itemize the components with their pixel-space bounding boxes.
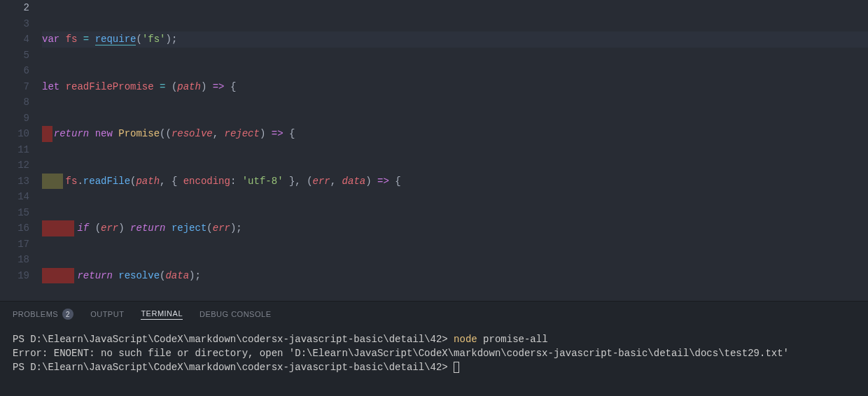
line-number: 6 bbox=[0, 63, 29, 79]
terminal-arg: promise-all bbox=[477, 334, 548, 345]
terminal-cursor bbox=[454, 362, 459, 373]
token-string: 'utf-8' bbox=[242, 176, 284, 187]
code-line[interactable]: let readFilePromise = (path) => { bbox=[42, 79, 868, 95]
token-punct: ; bbox=[236, 222, 241, 234]
panel-tabs: PROBLEMS 2 OUTPUT TERMINAL DEBUG CONSOLE bbox=[0, 302, 868, 327]
line-number: 17 bbox=[0, 236, 29, 253]
tab-label: PROBLEMS bbox=[13, 310, 58, 318]
line-number: 13 bbox=[0, 174, 29, 190]
token-keyword: if bbox=[77, 222, 89, 234]
problems-badge: 2 bbox=[62, 309, 74, 320]
line-number: 9 bbox=[0, 111, 29, 127]
line-number: 16 bbox=[0, 220, 29, 236]
token-operator: = bbox=[83, 34, 89, 45]
code-line[interactable]: fs.readFile(path, { encoding: 'utf-8' },… bbox=[42, 174, 868, 190]
token-operator: = bbox=[160, 81, 165, 92]
tab-terminal[interactable]: TERMINAL bbox=[141, 309, 183, 320]
line-number: 7 bbox=[0, 79, 29, 95]
token-class: Promise bbox=[118, 128, 160, 139]
line-number: 4 bbox=[0, 31, 29, 48]
token-punct: { bbox=[289, 128, 295, 139]
token-punct: ( bbox=[307, 176, 312, 187]
tab-label: TERMINAL bbox=[141, 309, 183, 318]
line-number: 2 bbox=[0, 0, 29, 16]
token-punct: : bbox=[230, 176, 242, 187]
token-punct: (( bbox=[160, 128, 172, 139]
token-param: data bbox=[342, 176, 366, 187]
token-punct: { bbox=[395, 176, 400, 187]
code-line[interactable]: return resolve(data); bbox=[42, 268, 868, 284]
token-punct: ) bbox=[260, 128, 265, 139]
token-punct: ; bbox=[195, 270, 200, 281]
code-line[interactable]: return new Promise((resolve, reject) => … bbox=[42, 126, 868, 142]
token-param: reject bbox=[225, 128, 260, 139]
terminal-output[interactable]: PS D:\Elearn\JavaScript\CodeX\markdown\c… bbox=[0, 327, 868, 396]
terminal-prompt: PS D:\Elearn\JavaScript\CodeX\markdown\c… bbox=[13, 362, 454, 373]
token-keyword: return bbox=[77, 270, 112, 281]
line-number: 19 bbox=[0, 268, 29, 284]
line-number: 11 bbox=[0, 142, 29, 158]
terminal-prompt: PS D:\Elearn\JavaScript\CodeX\markdown\c… bbox=[13, 334, 454, 345]
token-keyword: return bbox=[130, 222, 165, 234]
token-keyword: let bbox=[42, 81, 59, 92]
token-param: err bbox=[213, 222, 230, 234]
token-keyword: var bbox=[42, 34, 59, 45]
token-punct: ) bbox=[365, 176, 371, 187]
code-editor[interactable]: 2 3 4 5 6 7 8 9 10 11 12 13 14 15 16 17 … bbox=[0, 0, 868, 301]
code-line[interactable]: var fs = require('fs'); bbox=[42, 31, 868, 48]
code-content[interactable]: var fs = require('fs'); let readFileProm… bbox=[42, 0, 868, 301]
token-param: err bbox=[101, 222, 118, 234]
token-punct: , bbox=[160, 176, 172, 187]
token-arrow: => bbox=[272, 128, 284, 139]
token-punct: , bbox=[330, 176, 342, 187]
token-variable: fs bbox=[66, 176, 78, 187]
token-keyword: return bbox=[54, 128, 89, 139]
token-punct: } bbox=[284, 176, 295, 187]
terminal-error: Error: ENOENT: no such file or directory… bbox=[13, 348, 789, 359]
token-keyword: new bbox=[95, 128, 113, 139]
line-number-gutter: 2 3 4 5 6 7 8 9 10 11 12 13 14 15 16 17 … bbox=[0, 0, 42, 301]
token-param: resolve bbox=[172, 128, 213, 139]
token-punct: ) bbox=[118, 222, 130, 234]
tab-debug-console[interactable]: DEBUG CONSOLE bbox=[200, 310, 271, 318]
token-arrow: => bbox=[213, 81, 225, 92]
line-number: 5 bbox=[0, 48, 29, 64]
line-number: 14 bbox=[0, 189, 29, 205]
line-number: 3 bbox=[0, 16, 29, 32]
token-punct: , bbox=[213, 128, 225, 139]
token-punct: { bbox=[172, 176, 183, 187]
line-number: 12 bbox=[0, 157, 29, 174]
token-punct: . bbox=[77, 176, 83, 187]
diff-marker bbox=[42, 268, 74, 284]
token-punct: ; bbox=[172, 34, 177, 45]
line-number: 10 bbox=[0, 126, 29, 142]
diff-marker bbox=[42, 174, 63, 190]
tab-problems[interactable]: PROBLEMS 2 bbox=[13, 309, 74, 320]
bottom-panel: PROBLEMS 2 OUTPUT TERMINAL DEBUG CONSOLE… bbox=[0, 301, 868, 396]
diff-marker bbox=[42, 220, 74, 236]
line-number: 15 bbox=[0, 205, 29, 221]
token-string: 'fs' bbox=[142, 34, 166, 45]
token-arrow: => bbox=[377, 176, 389, 187]
token-param: path bbox=[177, 81, 201, 92]
token-param: err bbox=[313, 176, 330, 187]
code-line[interactable]: if (err) return reject(err); bbox=[42, 220, 868, 236]
token-punct: , bbox=[295, 176, 307, 187]
diff-marker bbox=[42, 126, 52, 142]
token-punct: { bbox=[230, 81, 236, 92]
tab-label: DEBUG CONSOLE bbox=[200, 310, 271, 318]
token-punct: ( bbox=[136, 34, 141, 45]
token-function: require bbox=[95, 34, 136, 45]
token-property: encoding bbox=[183, 176, 230, 187]
token-variable: fs bbox=[66, 34, 78, 45]
line-number: 18 bbox=[0, 252, 29, 268]
token-param: path bbox=[136, 176, 160, 187]
token-function: resolve bbox=[118, 270, 160, 281]
tab-label: OUTPUT bbox=[90, 310, 124, 318]
tab-output[interactable]: OUTPUT bbox=[90, 310, 124, 318]
terminal-command: node bbox=[454, 334, 477, 345]
token-function: reject bbox=[172, 222, 206, 234]
token-variable: readFilePromise bbox=[66, 81, 154, 92]
token-punct: ( bbox=[206, 222, 212, 234]
token-function: readFile bbox=[83, 176, 130, 187]
